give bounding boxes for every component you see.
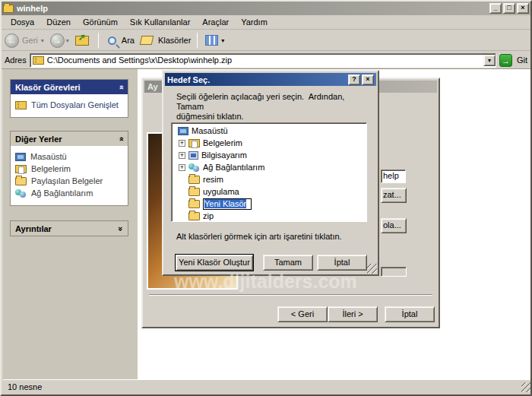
folder-name-edit-input[interactable]: Yeni Klasör — [203, 198, 252, 210]
network-icon — [15, 189, 27, 198]
up-folder-icon[interactable] — [75, 36, 89, 46]
back-dropdown-icon[interactable]: ▾ — [41, 37, 44, 44]
zip-folder-icon — [33, 56, 44, 65]
menu-sik-kullanilanlar[interactable]: Sık Kullanılanlar — [124, 16, 197, 28]
menu-bar: Dosya Düzen Görünüm Sık Kullanılanlar Ar… — [2, 15, 530, 30]
folder-tasks-panel: Klasör Görevleri » Tüm Dosyaları Genişle… — [10, 79, 128, 118]
password-button[interactable]: ola... — [381, 218, 407, 233]
window-folder-icon — [3, 5, 14, 13]
progress-bar — [381, 267, 407, 277]
tree-item-label: zip — [203, 211, 214, 220]
dialog-cancel-button[interactable]: İptal — [317, 255, 367, 271]
select-destination-dialog: Hedef Seç. ? × Seçili öğelerin açılacağı… — [162, 70, 379, 276]
tree-item-resim[interactable]: resim — [173, 173, 366, 185]
selected-text: Yeni Klasör — [204, 199, 246, 208]
window-titlebar: winhelp _ □ × — [2, 2, 530, 15]
desktop-icon — [15, 153, 26, 161]
folder-icon — [188, 200, 200, 208]
explorer-window: winhelp _ □ × Dosya Düzen Görünüm Sık Ku… — [0, 0, 532, 396]
maximize-button[interactable]: □ — [503, 3, 515, 14]
open-folder-icon[interactable] — [140, 36, 154, 45]
tree-item-uygulama[interactable]: uygulama — [173, 185, 366, 198]
close-button[interactable]: × — [517, 3, 529, 14]
minimize-button[interactable]: _ — [489, 3, 502, 14]
address-bar: Adres C:\Documents and Settings\x\Deskto… — [2, 52, 530, 69]
sidebar-item-label: Paylaşılan Belgeler — [31, 176, 103, 185]
toolbar-separator — [197, 33, 198, 48]
toolbar-separator — [98, 33, 99, 48]
tree-item-my-documents[interactable]: + Belgelerim — [173, 137, 366, 149]
chevron-down-icon[interactable]: » — [116, 226, 125, 230]
search-button-label[interactable]: Ara — [122, 36, 135, 45]
tree-item-label: Bilgisayarım — [201, 150, 247, 160]
computer-icon — [188, 151, 198, 160]
tree-item-label: uygulama — [203, 187, 239, 196]
address-combo[interactable]: C:\Documents and Settings\x\Desktop\winh… — [30, 53, 496, 68]
dialog-resize-grip[interactable] — [367, 264, 377, 274]
documents-folder-icon — [188, 139, 200, 147]
chevron-up-icon[interactable]: » — [116, 136, 125, 141]
tree-item-label: Ağ Bağlantılarım — [203, 163, 264, 172]
other-places-header[interactable]: Diğer Yerler » — [11, 131, 128, 146]
expand-plus-icon[interactable]: + — [179, 164, 185, 171]
status-text: 10 nesne — [8, 382, 42, 391]
menu-gorunum[interactable]: Görünüm — [77, 16, 124, 28]
tree-item-network[interactable]: + Ağ Bağlantılarım — [173, 161, 366, 173]
tree-item-zip[interactable]: zip — [173, 210, 366, 222]
folder-tasks-title: Klasör Görevleri — [15, 83, 81, 92]
other-places-panel: Diğer Yerler » Masaüstü Belgelerim Payla… — [10, 131, 128, 206]
tree-item-label: Belgelerim — [203, 138, 242, 147]
window-title: winhelp — [17, 4, 488, 13]
dialog-hint: Alt klasörleri görmek için artı işaretin… — [176, 232, 342, 241]
tree-item-new-folder-editing[interactable]: Yeni Klasör — [173, 198, 366, 210]
ok-button[interactable]: Tamam — [263, 255, 313, 271]
wizard-separator — [149, 294, 432, 296]
sidebar-item-extract-all[interactable]: Tüm Dosyaları Genişlet — [15, 99, 125, 111]
green-go-arrow-icon[interactable]: → — [499, 54, 512, 67]
back-button-label[interactable]: Geri — [22, 36, 38, 45]
go-button-label[interactable]: Git — [517, 55, 527, 65]
sidebar-item-label: Belgelerim — [31, 164, 71, 173]
sidebar-item-network[interactable]: Ağ Bağlantılarım — [15, 187, 125, 199]
folders-button-label[interactable]: Klasörler — [158, 36, 191, 45]
expand-plus-icon[interactable]: + — [179, 140, 185, 147]
wizard-back-button[interactable]: < Geri — [277, 306, 328, 322]
details-panel: Ayrıntılar » — [10, 220, 128, 236]
new-folder-button[interactable]: Yeni Klasör Oluştur — [176, 255, 253, 271]
wizard-cancel-button[interactable]: İptal — [385, 306, 435, 322]
close-icon[interactable]: × — [362, 74, 374, 85]
destination-path-input[interactable]: help — [381, 169, 406, 183]
forward-dropdown-icon[interactable]: ▾ — [66, 37, 69, 44]
address-label: Adres — [5, 55, 27, 65]
menu-yardim[interactable]: Yardım — [235, 16, 274, 28]
back-arrow-circle-icon[interactable]: ← — [5, 33, 19, 48]
other-places-title: Diğer Yerler — [15, 135, 62, 144]
sidebar-item-desktop[interactable]: Masaüstü — [15, 150, 125, 163]
menu-dosya[interactable]: Dosya — [5, 16, 40, 28]
folder-tasks-header[interactable]: Klasör Görevleri » — [11, 80, 128, 94]
views-grid-icon[interactable] — [205, 35, 218, 46]
menu-araclar[interactable]: Araçlar — [196, 16, 235, 28]
sidebar-item-label: Tüm Dosyaları Genişlet — [31, 100, 119, 109]
folder-icon — [15, 177, 27, 185]
views-dropdown-icon[interactable]: ▾ — [221, 37, 224, 44]
expand-plus-icon[interactable]: + — [179, 152, 185, 159]
tree-item-desktop[interactable]: Masaüstü — [173, 125, 366, 137]
documents-folder-icon — [15, 165, 27, 173]
dialog-titlebar[interactable]: Hedef Seç. ? × — [165, 73, 376, 86]
magnifier-icon[interactable] — [108, 36, 116, 45]
sidebar-item-my-documents[interactable]: Belgelerim — [15, 163, 125, 175]
details-header[interactable]: Ayrıntılar » — [11, 221, 128, 236]
menu-duzen[interactable]: Düzen — [40, 16, 77, 28]
forward-arrow-circle-icon[interactable]: → — [50, 33, 65, 48]
browse-button[interactable]: zat... — [381, 188, 407, 203]
chevron-up-icon[interactable]: » — [116, 84, 125, 89]
sidebar-item-shared-documents[interactable]: Paylaşılan Belgeler — [15, 175, 125, 187]
wizard-next-button[interactable]: İleri > — [328, 306, 378, 322]
folder-tree[interactable]: Masaüstü + Belgelerim + Bilgisayarım + A… — [171, 122, 367, 222]
tree-item-my-computer[interactable]: + Bilgisayarım — [173, 149, 366, 161]
help-icon[interactable]: ? — [348, 74, 360, 85]
window-resize-grip[interactable] — [521, 382, 531, 392]
address-value[interactable]: C:\Documents and Settings\x\Desktop\winh… — [47, 55, 483, 65]
address-dropdown-icon[interactable]: ▾ — [483, 55, 496, 66]
